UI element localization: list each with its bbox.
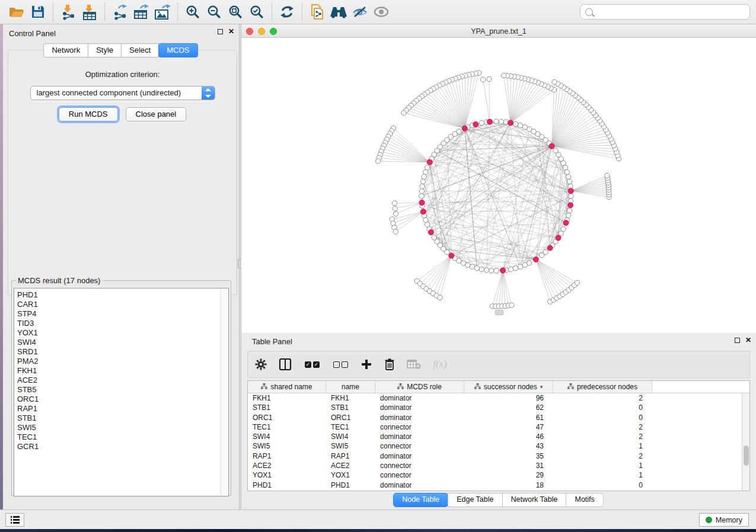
network-node[interactable]	[494, 268, 499, 273]
save-session-icon[interactable]	[27, 2, 49, 22]
network-node[interactable]	[479, 120, 484, 125]
network-node[interactable]	[419, 194, 424, 198]
mcds-result-list[interactable]: PHD1CAR1STP4TID3YOX1SWI4SRD1PMA2FKH1ACE2…	[14, 288, 229, 496]
mcds-dominator-node[interactable]	[449, 253, 454, 258]
mcds-result-item[interactable]: RAP1	[17, 404, 228, 414]
search-input[interactable]	[596, 8, 745, 17]
network-node[interactable]	[605, 173, 610, 178]
table-row[interactable]: PHD1PHD1dominator180	[248, 480, 749, 490]
export-image-icon[interactable]	[152, 2, 173, 22]
network-node[interactable]	[393, 211, 398, 216]
table-row[interactable]: FKH1FKH1dominator962	[248, 393, 749, 403]
mcds-dominator-node[interactable]	[549, 143, 554, 149]
mcds-dominator-node[interactable]	[568, 203, 573, 208]
network-node[interactable]	[489, 268, 494, 273]
mcds-result-item[interactable]: TEC1	[17, 432, 228, 442]
mcds-result-item[interactable]: SWI4	[17, 338, 228, 347]
mcds-result-item[interactable]: SWI5	[17, 423, 228, 432]
close-table-panel-icon[interactable]: ✕	[745, 338, 751, 343]
network-search[interactable]	[580, 4, 750, 20]
table-scrollbar[interactable]	[742, 393, 749, 491]
tab-network-table[interactable]: Network Table	[502, 493, 567, 507]
network-node[interactable]	[401, 110, 406, 115]
mcds-result-item[interactable]: PMA2	[17, 357, 228, 366]
horizontal-splitter-handle[interactable]	[495, 310, 503, 315]
network-node[interactable]	[375, 159, 380, 164]
tab-node-table[interactable]: Node Table	[393, 493, 448, 507]
tab-mcds[interactable]: MCDS	[158, 43, 197, 57]
mcds-result-item[interactable]: GCR1	[17, 442, 228, 451]
network-node[interactable]	[484, 268, 489, 273]
zoom-out-icon[interactable]	[203, 2, 225, 22]
mcds-dominator-node[interactable]	[419, 200, 425, 206]
tab-style[interactable]: Style	[88, 43, 122, 57]
zoom-selected-icon[interactable]	[246, 2, 267, 22]
network-node[interactable]	[527, 261, 532, 265]
network-node[interactable]	[561, 227, 566, 232]
show-columns-icon[interactable]	[279, 355, 292, 373]
mcds-dominator-node[interactable]	[487, 119, 493, 124]
network-node[interactable]	[566, 174, 571, 179]
network-node[interactable]	[567, 179, 572, 184]
mcds-result-item[interactable]: STP4	[17, 309, 228, 319]
zoom-fit-icon[interactable]	[225, 2, 246, 22]
network-node[interactable]	[569, 194, 573, 198]
mcds-result-item[interactable]: ORC1	[17, 395, 228, 404]
mcds-result-item[interactable]: FKH1	[17, 366, 228, 376]
mcds-dominator-node[interactable]	[547, 245, 553, 251]
network-node[interactable]	[474, 266, 479, 271]
table-row[interactable]: RAP1RAP1dominator352	[248, 451, 749, 461]
mcds-dominator-node[interactable]	[533, 257, 538, 262]
network-node[interactable]	[420, 179, 425, 184]
network-node[interactable]	[393, 229, 398, 234]
network-node[interactable]	[487, 76, 492, 81]
tab-network[interactable]: Network	[43, 43, 88, 57]
deselect-all-icon[interactable]	[332, 355, 349, 373]
network-node[interactable]	[425, 165, 429, 170]
memory-button[interactable]: Memory	[699, 513, 749, 527]
mcds-dominator-node[interactable]	[428, 230, 433, 235]
show-all-icon[interactable]	[371, 2, 392, 22]
network-node[interactable]	[501, 73, 506, 78]
table-row[interactable]: TEC1TEC1connector472	[248, 422, 749, 432]
mcds-dominator-node[interactable]	[473, 121, 479, 127]
add-column-icon[interactable]	[361, 355, 372, 373]
network-node[interactable]	[470, 264, 474, 269]
import-table-icon[interactable]	[79, 2, 100, 22]
network-node[interactable]	[543, 250, 548, 255]
mcds-result-item[interactable]: ACE2	[17, 376, 228, 385]
mcds-result-item[interactable]: STB1	[17, 414, 228, 423]
table-row[interactable]: ORC1ORC1dominator610	[248, 413, 749, 422]
network-node[interactable]	[575, 280, 579, 285]
network-node[interactable]	[522, 124, 527, 129]
table-row[interactable]: SWI4SWI4dominator462	[248, 432, 749, 441]
network-node[interactable]	[480, 77, 485, 82]
export-table-icon[interactable]	[130, 2, 152, 22]
network-node[interactable]	[465, 262, 470, 267]
mcds-list-scrollbar[interactable]	[221, 289, 228, 496]
network-node[interactable]	[423, 217, 428, 222]
network-node[interactable]	[422, 174, 426, 179]
network-node[interactable]	[566, 213, 571, 217]
import-network-icon[interactable]	[58, 2, 79, 22]
network-canvas[interactable]	[241, 38, 756, 333]
export-network-icon[interactable]	[109, 2, 130, 22]
mcds-result-item[interactable]: CAR1	[17, 300, 228, 309]
network-node[interactable]	[513, 121, 518, 126]
network-node[interactable]	[392, 201, 397, 206]
mcds-dominator-node[interactable]	[420, 209, 426, 214]
run-mcds-button[interactable]: Run MCDS	[59, 107, 118, 121]
mcds-result-item[interactable]: TID3	[17, 319, 228, 328]
network-node[interactable]	[420, 184, 425, 188]
mcds-dominator-node[interactable]	[568, 188, 573, 194]
network-node[interactable]	[445, 250, 449, 255]
mcds-result-item[interactable]: SRD1	[17, 347, 228, 357]
network-node[interactable]	[564, 169, 569, 174]
task-history-button[interactable]	[5, 513, 24, 527]
network-node[interactable]	[509, 303, 514, 307]
network-node[interactable]	[508, 267, 513, 271]
mcds-dominator-node[interactable]	[427, 159, 432, 165]
float-table-panel-icon[interactable]	[735, 338, 740, 343]
mcds-result-item[interactable]: YOX1	[17, 328, 228, 338]
mcds-dominator-node[interactable]	[563, 220, 569, 226]
